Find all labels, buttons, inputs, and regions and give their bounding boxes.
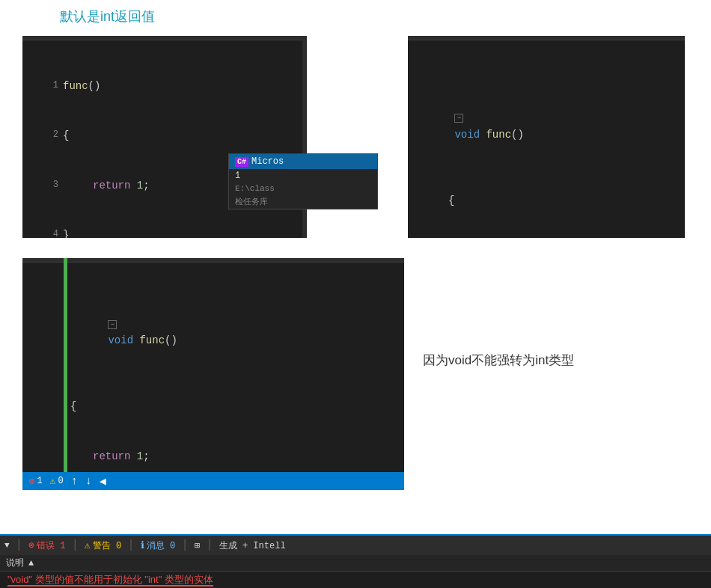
error-circle-icon: ⊗ — [28, 539, 34, 551]
error-icon: ⊗ — [28, 475, 34, 488]
code-line: { — [67, 399, 398, 415]
code-token: () — [88, 80, 101, 92]
output-warn-btn[interactable]: ⚠ 警告 0 — [85, 539, 121, 552]
output-expand-btn[interactable]: ▲ — [28, 558, 34, 569]
warnings-label: 警告 0 — [93, 539, 121, 552]
code-indent — [63, 180, 93, 192]
code-token: { — [63, 129, 69, 141]
editor-status-bar: ⊗ 1 ⚠ 0 ↑ ↓ ◀ — [22, 472, 404, 490]
code-token: func — [139, 334, 165, 346]
code-token: () — [165, 334, 177, 346]
code-line: − void func() — [414, 79, 679, 159]
output-error-btn[interactable]: ⊗ 错误 1 — [28, 539, 65, 552]
output-info-btn[interactable]: ℹ 消息 0 — [141, 539, 175, 552]
code-token — [130, 180, 136, 192]
collapse-box[interactable]: − — [454, 114, 463, 123]
warning-count: ⚠ 0 — [50, 475, 64, 487]
output-error-message: "void" 类型的值不能用于初始化 "int" 类型的实体 — [0, 572, 711, 588]
info-label: 消息 0 — [147, 539, 175, 552]
output-separator-2: | — [71, 539, 79, 552]
nav-up-btn[interactable]: ↑ — [71, 475, 78, 488]
code-line: 2{ — [28, 128, 301, 144]
right-annotation: 因为void不能强转为int类型 — [423, 352, 574, 369]
code-token: ; — [143, 450, 149, 462]
output-separator-4: | — [181, 539, 189, 552]
line-num: 1 — [31, 79, 63, 93]
line-num: 2 — [31, 128, 63, 142]
errors-label: 错误 1 — [37, 539, 65, 552]
output-separator-3: | — [127, 539, 135, 552]
autocomplete-header-text: Micros — [251, 156, 284, 167]
output-label-row: 说明 ▲ — [0, 555, 711, 572]
code-token: { — [448, 195, 454, 206]
error-text: "void" 类型的值不能用于初始化 "int" 类型的实体 — [7, 574, 213, 587]
code-token: return — [93, 450, 130, 462]
info-icon: ℹ — [141, 539, 144, 551]
error-count: ⊗ 1 — [28, 475, 43, 488]
code-token: ; — [143, 180, 149, 192]
nav-left-btn[interactable]: ◀ — [100, 474, 106, 489]
warning-triangle-icon: ⚠ — [85, 539, 91, 551]
warning-num: 0 — [58, 476, 63, 486]
code-token: void — [108, 334, 133, 346]
code-content-top-right: − void func() { return 1; } − int main()… — [408, 40, 685, 238]
autocomplete-header: C# Micros — [229, 154, 377, 169]
output-tab-arrow[interactable]: ▼ — [4, 541, 10, 550]
collapse-box[interactable]: − — [108, 320, 117, 329]
warning-icon: ⚠ — [50, 475, 56, 487]
code-token: } — [63, 229, 69, 238]
autocomplete-popup: C# Micros 1 E:\class 检任务库 — [228, 153, 378, 209]
error-num: 1 — [37, 476, 42, 486]
code-token — [130, 450, 136, 462]
code-token: func — [486, 129, 511, 141]
output-panel: ▼ | ⊗ 错误 1 | ⚠ 警告 0 | ℹ 消息 0 | ⊞ | 生成 + … — [0, 534, 711, 588]
output-build-btn[interactable]: 生成 + Intell — [219, 539, 286, 552]
green-change-bar — [64, 258, 67, 475]
line-num: 3 — [31, 178, 63, 192]
code-line: − void func() — [67, 301, 398, 366]
code-token: 1 — [137, 180, 143, 192]
code-panel-bottom-left: − void func() { return 1; } − int main()… — [22, 258, 404, 490]
code-token: return — [93, 180, 130, 192]
build-label: 生成 + Intell — [219, 539, 286, 552]
code-indent — [70, 450, 93, 462]
code-line: 1func() — [28, 79, 301, 95]
autocomplete-path: E:\class — [229, 183, 377, 195]
nav-down-btn[interactable]: ↓ — [85, 475, 92, 488]
autocomplete-item[interactable]: 1 — [229, 169, 377, 183]
code-token: func — [63, 80, 88, 92]
code-token: { — [70, 400, 76, 412]
code-line: return 1; — [67, 449, 398, 465]
filter-icon[interactable]: ⊞ — [195, 540, 200, 551]
code-token: () — [511, 129, 524, 141]
output-tabs: ▼ | ⊗ 错误 1 | ⚠ 警告 0 | ℹ 消息 0 | ⊞ | 生成 + … — [0, 536, 711, 555]
code-panel-top-right: − void func() { return 1; } − int main()… — [408, 36, 685, 238]
code-token: void — [454, 129, 480, 141]
top-annotation: 默认是int返回值 — [60, 7, 155, 25]
code-line: { — [414, 193, 679, 209]
output-separator: | — [16, 539, 23, 552]
output-tab-label[interactable]: 说明 — [6, 557, 24, 569]
autocomplete-path2: 检任务库 — [229, 195, 377, 209]
cs-icon: C# — [235, 157, 248, 167]
code-line: 4} — [28, 227, 301, 238]
line-num: 4 — [31, 227, 63, 238]
code-content-bottom-left: − void func() { return 1; } − int main()… — [22, 263, 404, 490]
code-token: 1 — [137, 450, 143, 462]
output-separator-5: | — [206, 539, 213, 552]
